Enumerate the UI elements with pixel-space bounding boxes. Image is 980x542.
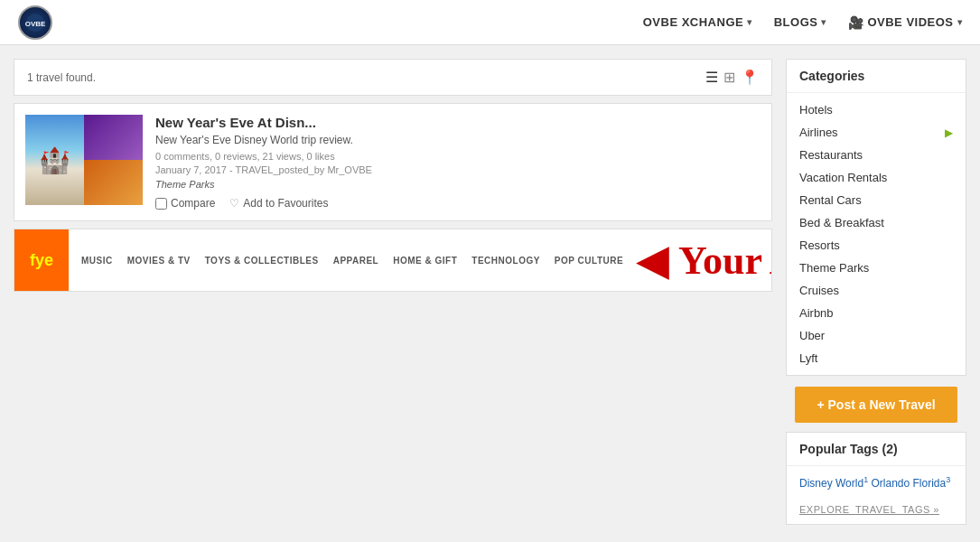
fye-nav-pop-culture[interactable]: POP CULTURE xyxy=(555,256,623,266)
header: OVBE OVBE XCHANGE ▾ BLOGS ▾ 🎥 OVBE VIDEO… xyxy=(0,0,980,45)
chevron-down-icon: ▾ xyxy=(821,17,826,27)
card-image-top-right xyxy=(84,115,143,160)
fye-nav: MUSIC MOVIES & TV TOYS & COLLECTIBLES AP… xyxy=(69,256,636,266)
chevron-down-icon: ▾ xyxy=(747,17,752,27)
card-content: New Year's Eve At Disn... New Year's Eve… xyxy=(155,115,761,210)
category-airbnb[interactable]: Airbnb xyxy=(787,302,966,324)
add-to-favourites-button[interactable]: ♡ Add to Favourites xyxy=(229,197,328,210)
category-arrow-icon: ▶ xyxy=(945,126,953,139)
chevron-down-icon: ▾ xyxy=(957,17,963,27)
list-view-icon[interactable]: ☰ xyxy=(705,69,718,86)
fye-nav-toys[interactable]: TOYS & COLLECTIBLES xyxy=(205,256,319,266)
results-count: 1 travel found. xyxy=(27,71,96,84)
popular-tags-box: Popular Tags (2) Disney World1 Orlando F… xyxy=(786,432,966,525)
grid-view-icon[interactable]: ⊞ xyxy=(723,69,735,86)
popular-tags-title: Popular Tags (2) xyxy=(787,433,966,466)
main-nav: OVBE XCHANGE ▾ BLOGS ▾ 🎥 OVBE VIDEOS ▾ xyxy=(643,15,962,30)
card-image-bottom-right xyxy=(84,160,143,205)
category-lyft[interactable]: Lyft xyxy=(787,347,966,369)
map-view-icon[interactable]: 📍 xyxy=(741,69,759,86)
video-camera-icon: 🎥 xyxy=(848,15,864,30)
post-new-travel-button[interactable]: + Post a New Travel xyxy=(795,387,957,423)
logo-area: OVBE xyxy=(18,5,643,40)
fye-nav-movies[interactable]: MOVIES & TV xyxy=(127,256,191,266)
card-image xyxy=(25,115,143,205)
compare-label[interactable]: Compare xyxy=(155,197,215,210)
category-uber[interactable]: Uber xyxy=(787,324,966,347)
svg-text:OVBE: OVBE xyxy=(25,20,46,28)
travel-card: New Year's Eve At Disn... New Year's Eve… xyxy=(14,103,772,221)
card-image-main xyxy=(25,115,84,205)
fye-nav-music[interactable]: MUSIC xyxy=(81,256,113,266)
category-airlines[interactable]: Airlines ▶ xyxy=(787,121,966,144)
main-container: 1 travel found. ☰ ⊞ 📍 New Year's Eve At … xyxy=(0,45,980,536)
ad-placeholder-text: Your Ad Here xyxy=(678,238,772,284)
card-tag: Theme Parks xyxy=(155,179,761,190)
categories-title: Categories xyxy=(787,60,966,93)
card-stats: 0 comments, 0 reviews, 21 views, 0 likes xyxy=(155,151,761,162)
heart-icon: ♡ xyxy=(229,197,239,210)
fye-nav-apparel[interactable]: APPAREL xyxy=(333,256,379,266)
category-rental-cars[interactable]: Rental Cars xyxy=(787,189,966,211)
category-resorts[interactable]: Resorts xyxy=(787,234,966,257)
tag-orlando-florida[interactable]: Orlando Florida3 xyxy=(872,477,951,490)
red-arrow-icon: ◀ xyxy=(636,238,669,282)
results-bar: 1 travel found. ☰ ⊞ 📍 xyxy=(14,59,772,96)
category-cruises[interactable]: Cruises xyxy=(787,279,966,302)
tag-disney-world[interactable]: Disney World1 xyxy=(799,477,872,490)
tags-content: Disney World1 Orlando Florida3 xyxy=(787,466,966,499)
content-area: 1 travel found. ☰ ⊞ 📍 New Year's Eve At … xyxy=(14,59,772,536)
card-actions: Compare ♡ Add to Favourites xyxy=(155,197,761,210)
fye-nav-technology[interactable]: TECHNOLOGY xyxy=(471,256,540,266)
nav-ovbe-xchange[interactable]: OVBE XCHANGE ▾ xyxy=(643,15,752,29)
compare-checkbox[interactable] xyxy=(155,198,167,210)
card-title[interactable]: New Year's Eve At Disn... xyxy=(155,115,761,130)
nav-ovbe-videos[interactable]: 🎥 OVBE VIDEOS ▾ xyxy=(848,15,962,30)
category-bed-breakfast[interactable]: Bed & Breakfast xyxy=(787,211,966,234)
fye-nav-home[interactable]: HOME & GIFT xyxy=(393,256,457,266)
card-meta: January 7, 2017 - TRAVEL_posted_by Mr_OV… xyxy=(155,164,761,175)
explore-travel-tags-link[interactable]: EXPLORE_TRAVEL_TAGS » xyxy=(787,499,966,524)
category-theme-parks[interactable]: Theme Parks xyxy=(787,257,966,279)
ad-text-area: ◀ Your Ad Here xyxy=(636,238,772,284)
categories-box: Categories Hotels Airlines ▶ Restaurants… xyxy=(786,59,966,376)
category-list: Hotels Airlines ▶ Restaurants Vacation R… xyxy=(787,93,966,375)
card-description: New Year's Eve Disney World trip review. xyxy=(155,134,761,146)
ad-banner: fye MUSIC MOVIES & TV TOYS & COLLECTIBLE… xyxy=(14,229,772,292)
sidebar: Categories Hotels Airlines ▶ Restaurants… xyxy=(786,59,966,536)
category-hotels[interactable]: Hotels xyxy=(787,98,966,121)
view-icons: ☰ ⊞ 📍 xyxy=(705,69,759,86)
site-logo[interactable]: OVBE xyxy=(18,5,52,40)
category-vacation-rentals[interactable]: Vacation Rentals xyxy=(787,166,966,189)
nav-blogs[interactable]: BLOGS ▾ xyxy=(774,15,826,29)
category-restaurants[interactable]: Restaurants xyxy=(787,144,966,166)
fye-logo-text: fye xyxy=(30,251,53,270)
fye-logo: fye xyxy=(14,229,69,291)
